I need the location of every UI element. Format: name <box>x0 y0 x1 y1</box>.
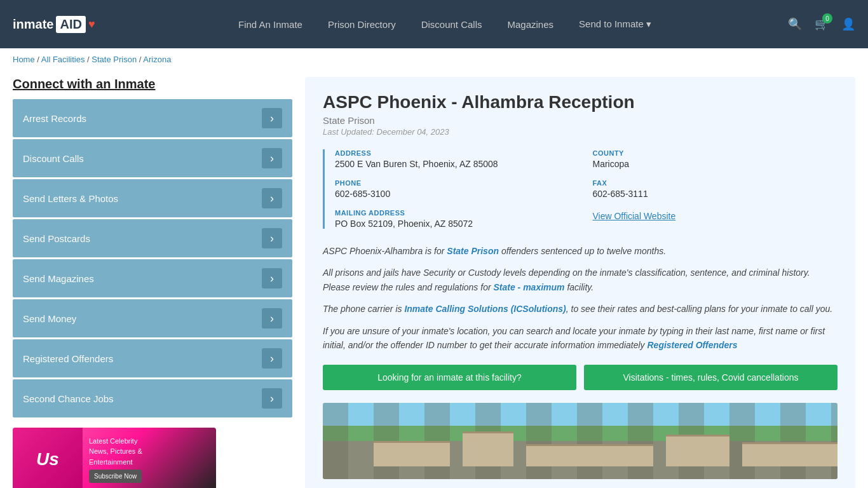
sidebar-item-send-postcards[interactable]: Send Postcards › <box>13 219 292 257</box>
sidebar-item-discount-calls[interactable]: Discount Calls › <box>13 139 292 177</box>
mailing-value: PO Box 52109, Phoenix, AZ 85072 <box>335 219 580 229</box>
cart-badge: 0 <box>822 13 832 24</box>
facility-last-updated: Last Updated: December 04, 2023 <box>323 127 837 137</box>
building-5 <box>742 442 837 466</box>
nav-send-to-inmate[interactable]: Send to Inmate ▾ <box>579 18 651 30</box>
sidebar-arrow-icon: › <box>262 148 282 168</box>
facility-content: ASPC Phoenix - Alhambra Reception State … <box>305 77 855 488</box>
address-label: ADDRESS <box>335 149 580 157</box>
sidebar-item-send-magazines[interactable]: Send Magazines › <box>13 259 292 297</box>
fax-label: FAX <box>593 179 838 187</box>
county-label: COUNTY <box>593 149 838 157</box>
search-button[interactable]: 🔍 <box>788 17 802 31</box>
website-link[interactable]: View Official Website <box>593 211 676 221</box>
facility-type: State Prison <box>323 115 837 126</box>
sidebar: Connect with an Inmate Arrest Records › … <box>13 77 292 488</box>
address-value: 2500 E Van Buren St, Phoenix, AZ 85008 <box>335 159 580 169</box>
facility-image <box>323 403 837 479</box>
county-field: COUNTY Maricopa <box>593 149 838 169</box>
facility-description: ASPC Phoenix-Alhambra is for State Priso… <box>323 244 837 352</box>
breadcrumb-state-prison[interactable]: State Prison <box>92 55 137 64</box>
sidebar-item-registered-offenders[interactable]: Registered Offenders › <box>13 339 292 377</box>
ics-link[interactable]: Inmate Calling Solutions (ICSolutions) <box>404 304 566 314</box>
facility-info-grid: ADDRESS 2500 E Van Buren St, Phoenix, AZ… <box>323 149 837 229</box>
breadcrumb-arizona[interactable]: Arizona <box>143 55 171 64</box>
sidebar-item-second-chance-jobs[interactable]: Second Chance Jobs › <box>13 379 292 417</box>
state-maximum-link[interactable]: State - maximum <box>493 282 564 292</box>
fax-value: 602-685-3111 <box>593 189 838 199</box>
visitations-button[interactable]: Visitations - times, rules, Covid cancel… <box>584 365 837 390</box>
desc-2: All prisons and jails have Security or C… <box>323 266 837 294</box>
header: inmate AID ♥ Find An Inmate Prison Direc… <box>0 0 868 48</box>
breadcrumb: Home / All Facilities / State Prison / A… <box>0 48 868 71</box>
sidebar-arrow-icon: › <box>262 228 282 248</box>
breadcrumb-home[interactable]: Home <box>13 55 35 64</box>
building-3 <box>526 444 653 466</box>
sidebar-item-label: Send Money <box>23 313 76 324</box>
phone-value: 602-685-3100 <box>335 189 580 199</box>
sidebar-item-label: Send Postcards <box>23 233 90 244</box>
fax-field: FAX 602-685-3111 <box>593 179 838 199</box>
ad-text: Latest Celebrity News, Pictures & Entert… <box>83 430 149 488</box>
main-layout: Connect with an Inmate Arrest Records › … <box>0 71 868 488</box>
user-button[interactable]: 👤 <box>841 17 855 31</box>
main-nav: Find An Inmate Prison Directory Discount… <box>114 18 775 30</box>
sidebar-item-label: Discount Calls <box>23 153 84 164</box>
sidebar-item-label: Arrest Records <box>23 113 86 124</box>
website-field: View Official Website <box>593 209 838 229</box>
ad-banner[interactable]: Us Latest Celebrity News, Pictures & Ent… <box>13 428 216 488</box>
mailing-field: MAILING ADDRESS PO Box 52109, Phoenix, A… <box>335 209 580 229</box>
sidebar-item-label: Registered Offenders <box>23 353 113 364</box>
sidebar-item-arrest-records[interactable]: Arrest Records › <box>13 99 292 137</box>
desc-1: ASPC Phoenix-Alhambra is for State Priso… <box>323 244 837 258</box>
sidebar-arrow-icon: › <box>262 348 282 369</box>
cart-button[interactable]: 🛒 0 <box>815 17 829 31</box>
sidebar-item-send-letters[interactable]: Send Letters & Photos › <box>13 179 292 217</box>
sidebar-item-send-money[interactable]: Send Money › <box>13 299 292 337</box>
building-1 <box>374 441 450 466</box>
sidebar-arrow-icon: › <box>262 188 282 208</box>
logo-inmate: inmate <box>13 17 53 32</box>
county-value: Maricopa <box>593 159 838 169</box>
nav-find-inmate[interactable]: Find An Inmate <box>238 19 302 30</box>
phone-field: PHONE 602-685-3100 <box>335 179 580 199</box>
sidebar-arrow-icon: › <box>262 268 282 288</box>
find-inmate-button[interactable]: Looking for an inmate at this facility? <box>323 365 576 390</box>
address-field: ADDRESS 2500 E Van Buren St, Phoenix, AZ… <box>335 149 580 169</box>
building-4 <box>666 435 729 466</box>
sidebar-title: Connect with an Inmate <box>13 77 292 92</box>
mailing-label: MAILING ADDRESS <box>335 209 580 217</box>
sidebar-item-label: Send Letters & Photos <box>23 193 118 204</box>
building-2 <box>463 431 513 466</box>
nav-magazines[interactable]: Magazines <box>508 19 554 30</box>
ad-subscribe-button[interactable]: Subscribe Now <box>89 470 142 483</box>
state-prison-link[interactable]: State Prison <box>447 246 499 256</box>
desc-4: If you are unsure of your inmate's locat… <box>323 324 837 353</box>
sidebar-arrow-icon: › <box>262 108 282 128</box>
logo-icon: ♥ <box>88 18 95 31</box>
logo[interactable]: inmate AID ♥ <box>13 16 114 33</box>
ad-logo: Us <box>13 428 83 488</box>
action-buttons: Looking for an inmate at this facility? … <box>323 365 837 390</box>
logo-aid: AID <box>56 16 85 33</box>
sidebar-item-label: Send Magazines <box>23 273 94 284</box>
nav-icons: 🔍 🛒 0 👤 <box>788 17 855 31</box>
sidebar-item-label: Second Chance Jobs <box>23 393 114 404</box>
nav-discount-calls[interactable]: Discount Calls <box>421 19 482 30</box>
desc-3: The phone carrier is Inmate Calling Solu… <box>323 302 837 316</box>
nav-prison-directory[interactable]: Prison Directory <box>328 19 396 30</box>
facility-title: ASPC Phoenix - Alhambra Reception <box>323 92 837 112</box>
registered-offenders-link[interactable]: Registered Offenders <box>647 340 737 350</box>
breadcrumb-all-facilities[interactable]: All Facilities <box>41 55 85 64</box>
phone-label: PHONE <box>335 179 580 187</box>
sidebar-arrow-icon: › <box>262 308 282 329</box>
logo-area: inmate AID ♥ <box>13 16 114 33</box>
sidebar-arrow-icon: › <box>262 388 282 409</box>
